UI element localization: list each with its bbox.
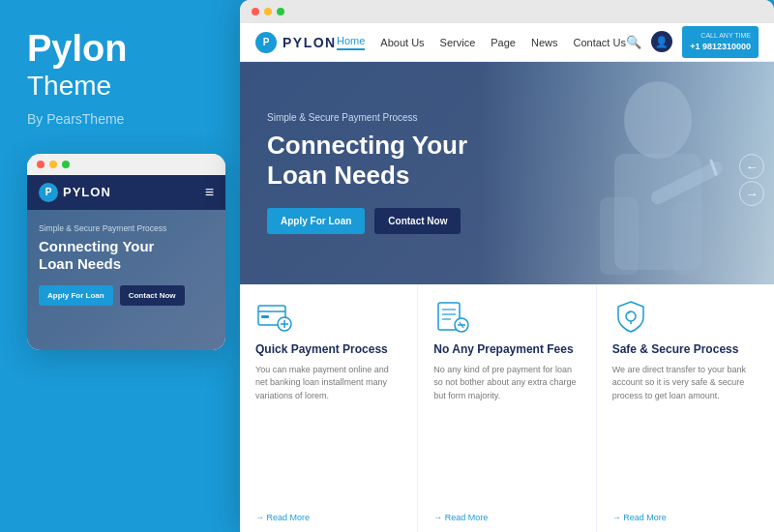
phone-label: CALL ANY TIME [690,31,751,41]
hero-content: Simple & Secure Payment Process Connecti… [267,112,467,234]
nav-about[interactable]: About Us [380,37,424,48]
nav-news[interactable]: News [531,37,558,48]
hero-prev-arrow[interactable]: ← [739,154,764,179]
cards-section: Quick Payment Process You can make payme… [240,284,774,532]
card-3-link[interactable]: → Read More [612,513,759,522]
mobile-logo: P PYLON [39,183,111,202]
mobile-logo-text: PYLON [63,185,111,199]
dot-red [37,161,45,168]
card-no-prepayment: No Any Prepayment Fees No any kind of pr… [418,284,596,532]
svg-rect-2 [600,197,639,275]
search-icon[interactable]: 🔍 [626,35,641,49]
left-panel: Pylon Theme By PearsTheme P PYLON ≡ Simp… [0,0,240,532]
mobile-hero-title: Connecting YourLoan Needs [39,238,214,275]
nav-contact[interactable]: Contact Us [573,37,625,48]
svg-rect-8 [261,315,269,318]
hero-title: Connecting YourLoan Needs [267,131,467,191]
svg-point-0 [624,81,692,159]
hero-next-arrow[interactable]: → [739,181,764,206]
card-1-link[interactable]: → Read More [255,513,402,522]
desktop-nav-links: Home About Us Service Page News Contact … [337,35,626,50]
desktop-navbar: P PYLON Home About Us Service Page News … [240,23,774,62]
mobile-mockup: P PYLON ≡ Simple & Secure Payment Proces… [27,154,225,350]
dot-green [62,161,70,168]
phone-number: +1 9812310000 [690,41,751,53]
desktop-window-controls [240,0,774,23]
svg-point-19 [626,311,636,321]
dot-yellow [49,161,57,168]
brand-by: By PearsTheme [27,111,221,127]
desktop-mockup: P PYLON Home About Us Service Page News … [240,0,774,532]
mobile-hero: Simple & Secure Payment Process Connecti… [27,210,225,350]
desktop-dot-green [277,8,284,15]
safe-secure-icon [612,298,649,335]
mobile-apply-button[interactable]: Apply For Loan [39,285,113,306]
hero-person-image [480,62,774,284]
apply-loan-button[interactable]: Apply For Loan [267,208,365,234]
mobile-window-controls [27,154,225,175]
mobile-contact-button[interactable]: Contact Now [120,285,185,306]
desktop-nav-right: 🔍 👤 CALL ANY TIME +1 9812310000 [626,26,759,57]
card-2-title: No Any Prepayment Fees [433,342,580,358]
desktop-hero: Simple & Secure Payment Process Connecti… [240,62,774,284]
desktop-logo: P PYLON [255,32,337,53]
card-2-desc: No any kind of pre payment for loan so n… [433,364,580,506]
contact-now-button[interactable]: Contact Now [374,208,461,234]
no-prepayment-icon [433,298,470,335]
mobile-navbar: P PYLON ≡ [27,175,225,210]
nav-service[interactable]: Service [440,37,476,48]
card-2-link[interactable]: → Read More [433,513,580,522]
card-quick-payment: Quick Payment Process You can make payme… [240,284,418,532]
card-3-title: Safe & Secure Process [612,342,759,358]
brand-title: Pylon Theme [27,29,221,102]
desktop-logo-text: PYLON [283,35,337,50]
card-safe-secure: Safe & Secure Process We are direct tran… [597,284,774,532]
nav-page[interactable]: Page [491,37,516,48]
card-1-title: Quick Payment Process [255,342,402,358]
hamburger-icon[interactable]: ≡ [205,184,214,201]
card-3-desc: We are direct transfer to your bank acco… [612,364,759,506]
desktop-dot-yellow [264,8,272,15]
mobile-logo-icon: P [39,183,58,202]
phone-box: CALL ANY TIME +1 9812310000 [682,26,759,57]
mobile-hero-subtitle: Simple & Secure Payment Process [39,223,214,233]
desktop-logo-icon: P [255,32,277,53]
user-icon[interactable]: 👤 [651,31,672,52]
mobile-hero-buttons: Apply For Loan Contact Now [39,285,214,306]
hero-subtitle: Simple & Secure Payment Process [267,112,467,123]
svg-rect-3 [672,202,709,275]
nav-home[interactable]: Home [337,35,365,50]
desktop-dot-red [252,8,259,15]
quick-payment-icon [255,298,292,335]
card-1-desc: You can make payment online and net bank… [255,364,402,506]
hero-buttons: Apply For Loan Contact Now [267,208,467,234]
